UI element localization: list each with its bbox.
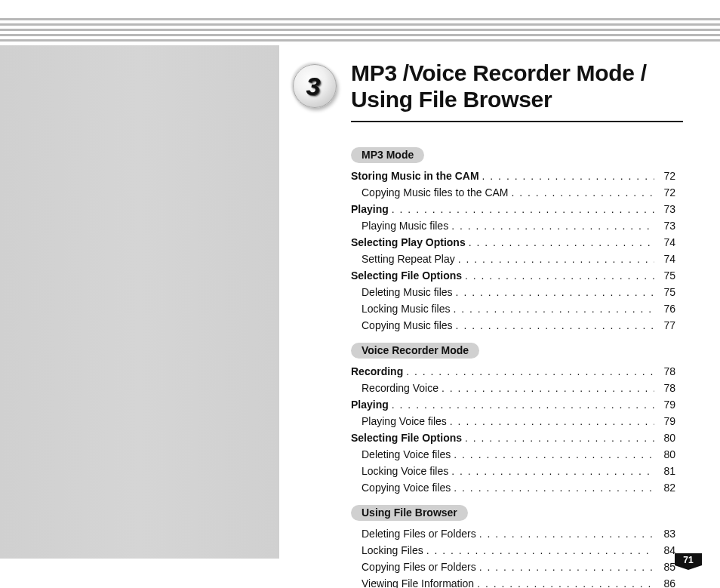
toc-leader-dots: . . . . . . . . . . . . . . . . . . . . … (451, 301, 655, 317)
toc-entry-page: 78 (654, 364, 675, 380)
toc-entry: Playing . . . . . . . . . . . . . . . . … (351, 396, 675, 413)
toc-entry-page: 74 (654, 235, 675, 251)
toc-entry: Storing Music in the CAM . . . . . . . .… (351, 168, 675, 184)
toc-leader-dots: . . . . . . . . . . . . . . . . . . . . … (466, 235, 654, 251)
toc-entry: Deleting Music files . . . . . . . . . .… (351, 284, 675, 300)
page-number-badge: 71 (673, 552, 703, 571)
toc-entry-label: Recording Voice (362, 380, 438, 396)
toc-leader-dots: . . . . . . . . . . . . . . . . . . . . … (403, 364, 654, 380)
toc-leader-dots: . . . . . . . . . . . . . . . . . . . . … (474, 576, 654, 589)
toc-entry-page: 82 (654, 480, 675, 496)
toc-entry-label: Copying Files or Folders (362, 559, 476, 575)
toc-entry-page: 73 (654, 202, 675, 217)
toc-entry-page: 73 (654, 218, 675, 234)
toc-leader-dots: . . . . . . . . . . . . . . . . . . . . … (476, 526, 654, 542)
toc-entry-page: 85 (654, 559, 675, 575)
toc-entry-label: Deleting Voice files (362, 447, 451, 463)
toc-entry: Selecting File Options . . . . . . . . .… (351, 267, 675, 284)
toc-entry-page: 78 (654, 380, 675, 396)
toc-entry-label: Copying Voice files (362, 480, 451, 496)
toc-leader-dots: . . . . . . . . . . . . . . . . . . . . … (451, 480, 654, 496)
toc-leader-dots: . . . . . . . . . . . . . . . . . . . . … (476, 559, 654, 575)
toc-entry-page: 81 (654, 463, 675, 479)
toc-leader-dots: . . . . . . . . . . . . . . . . . . . . … (423, 543, 654, 559)
toc-entry: Locking Voice files . . . . . . . . . . … (351, 463, 675, 479)
toc-entry-label: Playing (351, 397, 389, 413)
toc-entry: Recording . . . . . . . . . . . . . . . … (351, 363, 675, 380)
toc-entry: Setting Repeat Play . . . . . . . . . . … (351, 251, 675, 267)
chapter-title-line1: MP3 /Voice Recorder Mode / (351, 60, 647, 85)
chapter-number: 3 (306, 72, 324, 101)
toc-entry-page: 72 (654, 185, 675, 201)
toc-entry-label: Playing (351, 202, 389, 217)
toc-leader-dots: . . . . . . . . . . . . . . . . . . . . … (462, 430, 654, 446)
toc-entry-label: Deleting Music files (362, 285, 453, 300)
left-gray-panel (0, 45, 279, 559)
toc-entry-page: 80 (654, 447, 675, 463)
toc-leader-dots: . . . . . . . . . . . . . . . . . . . . … (455, 251, 654, 267)
section-heading: Using File Browser (351, 505, 468, 521)
toc-entry-page: 75 (654, 285, 675, 300)
toc-leader-dots: . . . . . . . . . . . . . . . . . . . . … (462, 268, 654, 284)
svg-text:71: 71 (683, 555, 694, 565)
toc-entry-label: Recording (351, 364, 403, 380)
toc-leader-dots: . . . . . . . . . . . . . . . . . . . . … (451, 447, 654, 463)
toc-entry: Deleting Files or Folders . . . . . . . … (351, 525, 675, 542)
toc-entry: Copying Files or Folders . . . . . . . .… (351, 559, 675, 575)
toc-entry-page: 77 (654, 318, 675, 334)
toc-entry-page: 75 (654, 268, 675, 284)
toc-entry: Playing . . . . . . . . . . . . . . . . … (351, 201, 675, 217)
toc-entry-label: Deleting Files or Folders (362, 526, 476, 542)
toc-entry-label: Copying Music files (362, 318, 453, 334)
toc-entry-label: Storing Music in the CAM (351, 168, 479, 184)
toc-entry-label: Selecting Play Options (351, 235, 466, 251)
toc-entry: Playing Music files . . . . . . . . . . … (351, 217, 675, 234)
toc-entry-label: Locking Voice files (362, 463, 448, 479)
chapter-title: MP3 /Voice Recorder Mode / Using File Br… (351, 60, 698, 112)
section-heading: Voice Recorder Mode (351, 343, 479, 359)
toc-entry-label: Setting Repeat Play (362, 251, 455, 267)
toc-entry-label: Copying Music files to the CAM (362, 185, 509, 201)
toc-leader-dots: . . . . . . . . . . . . . . . . . . . . … (448, 463, 654, 479)
toc-leader-dots: . . . . . . . . . . . . . . . . . . . . … (389, 397, 654, 413)
toc-entry: Recording Voice . . . . . . . . . . . . … (351, 380, 675, 396)
toc-entry-page: 86 (654, 576, 675, 589)
toc-entry: Locking Music files . . . . . . . . . . … (351, 300, 675, 317)
toc-entry-label: Viewing File Information (362, 576, 474, 589)
toc-entry-label: Selecting File Options (351, 268, 462, 284)
toc-entry-page: 72 (654, 168, 675, 184)
toc-entry-label: Playing Music files (362, 218, 448, 234)
toc-entry: Copying Music files . . . . . . . . . . … (351, 317, 675, 334)
toc-leader-dots: . . . . . . . . . . . . . . . . . . . . … (447, 414, 654, 429)
toc-entry-page: 76 (654, 301, 675, 317)
toc-entry: Locking Files . . . . . . . . . . . . . … (351, 542, 675, 559)
toc-entry-label: Locking Files (362, 543, 423, 559)
decorative-top-bars (0, 18, 720, 45)
section-heading: MP3 Mode (351, 147, 424, 163)
toc-entry-page: 84 (654, 543, 675, 559)
toc-leader-dots: . . . . . . . . . . . . . . . . . . . . … (453, 318, 654, 334)
toc-entry-label: Locking Music files (362, 301, 451, 317)
toc-leader-dots: . . . . . . . . . . . . . . . . . . . . … (438, 380, 654, 396)
toc-leader-dots: . . . . . . . . . . . . . . . . . . . . … (509, 185, 654, 201)
toc-entry-label: Playing Voice files (362, 414, 447, 429)
table-of-contents: MP3 ModeStoring Music in the CAM . . . .… (351, 147, 675, 588)
toc-entry: Copying Music files to the CAM . . . . .… (351, 184, 675, 201)
toc-entry-page: 74 (654, 251, 675, 267)
toc-entry: Deleting Voice files . . . . . . . . . .… (351, 446, 675, 463)
toc-entry-page: 83 (654, 526, 675, 542)
toc-entry: Copying Voice files . . . . . . . . . . … (351, 479, 675, 496)
chapter-number-badge: 3 (293, 64, 337, 108)
chapter-title-line2: Using File Browser (351, 87, 552, 112)
toc-entry: Viewing File Information . . . . . . . .… (351, 575, 675, 588)
toc-entry-label: Selecting File Options (351, 430, 462, 446)
toc-leader-dots: . . . . . . . . . . . . . . . . . . . . … (448, 218, 654, 234)
toc-entry-page: 79 (654, 414, 675, 429)
title-underline (351, 121, 683, 122)
toc-leader-dots: . . . . . . . . . . . . . . . . . . . . … (479, 168, 654, 184)
toc-leader-dots: . . . . . . . . . . . . . . . . . . . . … (389, 202, 654, 217)
toc-entry-page: 79 (654, 397, 675, 413)
toc-entry: Selecting Play Options . . . . . . . . .… (351, 234, 675, 251)
toc-entry: Selecting File Options . . . . . . . . .… (351, 429, 675, 446)
toc-leader-dots: . . . . . . . . . . . . . . . . . . . . … (453, 285, 654, 300)
